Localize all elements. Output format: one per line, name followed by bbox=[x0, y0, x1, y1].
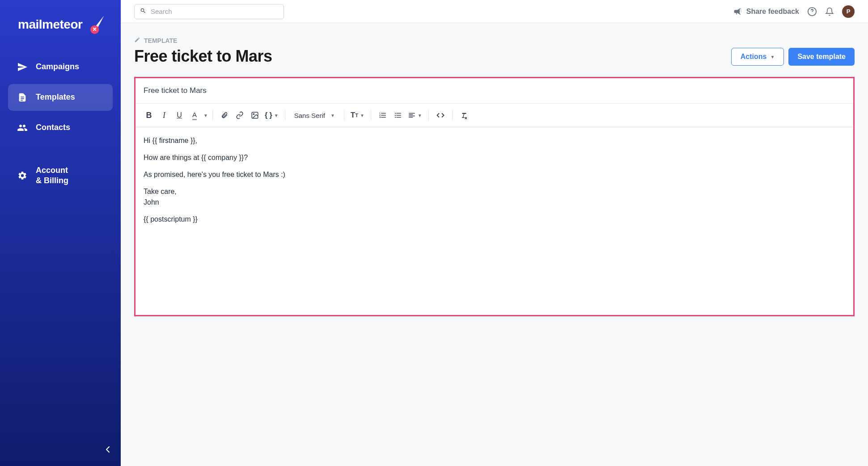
people-icon bbox=[17, 122, 28, 133]
search-input[interactable] bbox=[151, 8, 278, 15]
feedback-label: Share feedback bbox=[746, 8, 799, 16]
actions-label: Actions bbox=[741, 53, 767, 61]
underline-button[interactable]: U bbox=[172, 108, 186, 122]
body-line: How are things at {{ company }}? bbox=[144, 152, 845, 163]
font-size-button[interactable]: TT ▼ bbox=[349, 108, 366, 122]
caret-down-icon: ▼ bbox=[274, 113, 279, 118]
link-button[interactable] bbox=[233, 108, 247, 122]
font-family-dropdown[interactable]: Sans Serif ▼ bbox=[290, 112, 339, 119]
clear-formatting-button[interactable] bbox=[457, 108, 471, 122]
caret-down-icon[interactable]: ▼ bbox=[203, 113, 208, 118]
megaphone-icon bbox=[733, 6, 742, 17]
bold-button[interactable]: B bbox=[142, 108, 156, 122]
brand-logo[interactable]: mailmeteor bbox=[0, 0, 121, 54]
sidebar-item-label: Campaigns bbox=[36, 62, 79, 72]
image-button[interactable] bbox=[248, 108, 262, 122]
main-area: Share feedback P bbox=[121, 0, 868, 466]
gear-icon bbox=[17, 170, 28, 181]
save-template-button[interactable]: Save template bbox=[788, 48, 855, 66]
user-avatar[interactable]: P bbox=[842, 5, 855, 18]
sidebar-item-label: Templates bbox=[36, 92, 75, 102]
notifications-button[interactable] bbox=[825, 7, 834, 17]
topbar: Share feedback P bbox=[121, 0, 868, 23]
search-icon bbox=[140, 8, 146, 16]
meteor-icon bbox=[88, 13, 107, 36]
editor-toolbar: B I U A ▼ { } bbox=[135, 104, 853, 127]
sidebar-collapse-button[interactable] bbox=[103, 443, 113, 458]
ordered-list-button[interactable] bbox=[376, 108, 390, 122]
share-feedback-button[interactable]: Share feedback bbox=[733, 6, 799, 17]
body-line: Hi {{ firstname }}, bbox=[144, 135, 845, 146]
search-box[interactable] bbox=[134, 4, 284, 19]
sidebar-nav: Campaigns Templates Contacts Account & B bbox=[0, 54, 121, 194]
sidebar-item-label: Account & Billing bbox=[36, 165, 68, 186]
breadcrumb: TEMPLATE bbox=[134, 37, 272, 44]
code-view-button[interactable] bbox=[433, 108, 448, 122]
italic-button[interactable]: I bbox=[157, 108, 171, 122]
sidebar-item-account-billing[interactable]: Account & Billing bbox=[8, 157, 113, 194]
unordered-list-button[interactable] bbox=[391, 108, 405, 122]
pencil-icon bbox=[134, 37, 140, 44]
font-label: Sans Serif bbox=[294, 112, 325, 119]
breadcrumb-label: TEMPLATE bbox=[144, 37, 177, 44]
page-title: Free ticket to Mars bbox=[134, 47, 272, 66]
brand-name: mailmeteor bbox=[18, 17, 82, 32]
attachment-button[interactable] bbox=[217, 108, 232, 122]
caret-down-icon: ▼ bbox=[330, 113, 335, 118]
variables-button[interactable]: { } ▼ bbox=[263, 108, 280, 122]
align-button[interactable]: ▼ bbox=[406, 108, 424, 122]
avatar-initial: P bbox=[847, 8, 851, 15]
help-button[interactable] bbox=[807, 7, 817, 17]
sidebar: mailmeteor Campaigns Templates bbox=[0, 0, 121, 466]
caret-down-icon: ▼ bbox=[770, 55, 775, 59]
subject-row bbox=[135, 78, 853, 104]
body-line: As promised, here's you free ticket to M… bbox=[144, 169, 845, 180]
sidebar-item-label: Contacts bbox=[36, 122, 70, 133]
editor-frame: B I U A ▼ { } bbox=[134, 77, 855, 316]
sidebar-item-campaigns[interactable]: Campaigns bbox=[8, 54, 113, 80]
subject-input[interactable] bbox=[144, 86, 845, 95]
body-line: Take care,John bbox=[144, 186, 845, 208]
caret-down-icon: ▼ bbox=[360, 113, 364, 118]
sidebar-item-contacts[interactable]: Contacts bbox=[8, 114, 113, 141]
save-label: Save template bbox=[797, 53, 846, 61]
svg-point-3 bbox=[253, 113, 254, 114]
body-line: {{ postscriptum }} bbox=[144, 214, 845, 225]
editor-body[interactable]: Hi {{ firstname }}, How are things at {{… bbox=[135, 127, 853, 315]
text-color-button[interactable]: A bbox=[187, 108, 202, 122]
content: TEMPLATE Free ticket to Mars Actions ▼ S… bbox=[121, 23, 868, 466]
sidebar-item-templates[interactable]: Templates bbox=[8, 84, 113, 111]
send-icon bbox=[17, 62, 28, 72]
actions-dropdown-button[interactable]: Actions ▼ bbox=[731, 48, 784, 66]
file-icon bbox=[17, 92, 28, 103]
caret-down-icon: ▼ bbox=[418, 113, 422, 118]
